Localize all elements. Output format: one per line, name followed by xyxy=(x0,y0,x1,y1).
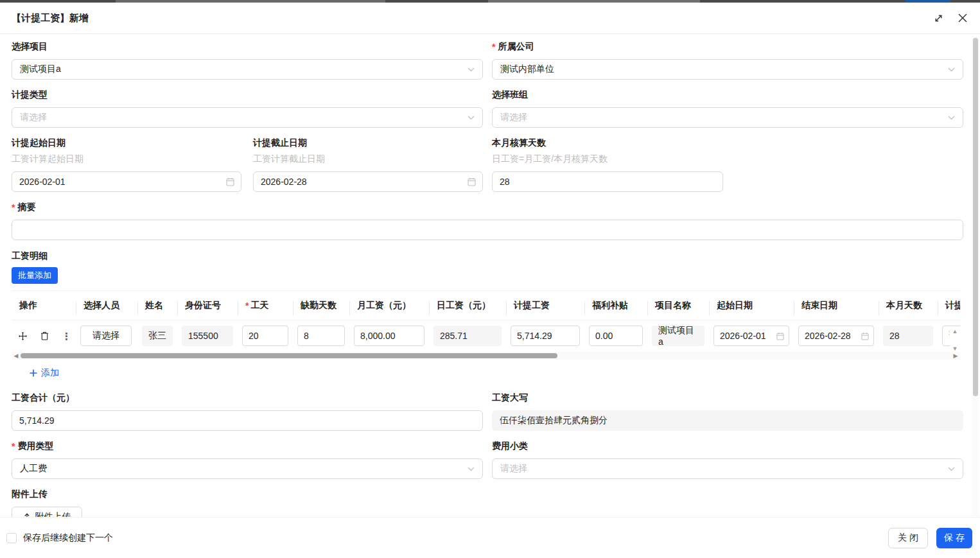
col-header-month-days: 本月天数 xyxy=(879,300,938,311)
save-and-continue-label: 保存后继续创建下一个 xyxy=(23,532,113,544)
cost-type-label: * 费用类型 xyxy=(12,440,483,453)
welfare-subsidy-input[interactable] xyxy=(589,326,643,346)
col-header-select-person: 选择人员 xyxy=(76,300,137,311)
calendar-icon xyxy=(468,177,476,186)
month-days-hint: 日工资=月工资/本月核算天数 xyxy=(492,153,963,166)
col-header-work-days: * 工天 xyxy=(238,300,293,311)
cost-subtype-select[interactable]: 请选择 xyxy=(492,458,963,479)
accrual-type-placeholder: 请选择 xyxy=(20,112,47,123)
salary-caps-label: 工资大写 xyxy=(492,392,963,405)
col-header-daily-salary: 日工资（元） xyxy=(429,300,506,311)
col-header-actions: 操作 xyxy=(12,300,76,311)
more-actions-icon[interactable]: ⋮ xyxy=(62,331,71,341)
required-asterisk: * xyxy=(245,301,249,311)
company-select[interactable]: 测试内部单位 xyxy=(492,59,963,80)
accrual-start-hint: 工资计算起始日期 xyxy=(12,153,241,166)
accrual-start-date-value: 2026-02-01 xyxy=(19,177,66,187)
chevron-down-icon xyxy=(948,67,955,72)
fullscreen-icon[interactable] xyxy=(932,12,944,24)
accrual-start-label: 计提起始日期 xyxy=(12,137,241,150)
salary-caps-value: 伍仟柒佰壹拾肆元贰角捌分 xyxy=(492,410,963,431)
daily-salary-cell: 285.71 xyxy=(433,326,502,346)
id-number-cell: 155500 xyxy=(182,326,233,346)
accrual-end-date-picker[interactable]: 2026-02-28 xyxy=(253,171,483,192)
attachment-upload-button[interactable]: 附件上传 xyxy=(12,507,82,517)
accrual-type-label: 计提类型 xyxy=(12,89,483,101)
team-label: 选择班组 xyxy=(492,89,963,101)
save-button[interactable]: 保 存 xyxy=(936,528,972,548)
close-icon[interactable] xyxy=(957,12,968,24)
col-header-welfare: 福利补贴 xyxy=(584,300,647,311)
chevron-down-icon xyxy=(468,67,475,72)
row-end-date-picker[interactable]: 2026-02-28 xyxy=(798,326,874,346)
monthly-salary-input[interactable] xyxy=(354,326,424,346)
accrual-start-date-picker[interactable]: 2026-02-01 xyxy=(12,171,241,192)
table-vertical-scroll-arrows: ▲ ▼ xyxy=(950,327,960,351)
delete-row-icon[interactable] xyxy=(40,331,49,340)
col-header-start-date: 起始日期 xyxy=(709,300,794,311)
work-days-input[interactable] xyxy=(242,326,288,346)
company-select-value: 测试内部单位 xyxy=(500,64,554,75)
absent-days-input[interactable] xyxy=(297,326,345,346)
salary-detail-section-label: 工资明细 xyxy=(12,250,963,263)
horizontal-scroll-thumb[interactable] xyxy=(21,353,557,358)
drag-handle-icon[interactable] xyxy=(18,331,28,341)
dialog-title: 【计提工资】新增 xyxy=(12,12,89,24)
chevron-down-icon xyxy=(468,467,475,471)
summary-label: * 摘要 xyxy=(12,201,963,214)
salary-total-input[interactable] xyxy=(12,410,483,431)
col-header-accrual-type: 计提 xyxy=(938,300,960,311)
required-asterisk: * xyxy=(12,441,15,451)
accrual-end-label: 计提截止日期 xyxy=(253,137,483,150)
scroll-down-icon[interactable]: ▼ xyxy=(952,346,958,351)
save-and-continue-checkbox[interactable] xyxy=(6,533,17,543)
chevron-down-icon xyxy=(468,116,475,120)
table-row: ⋮ 请选择 张三 155500 285.71 测试项目a 2026-02-01 xyxy=(12,320,960,351)
required-asterisk: * xyxy=(492,42,495,52)
accrued-salary-input[interactable] xyxy=(511,326,580,346)
calendar-icon xyxy=(226,177,234,186)
row-start-date-picker[interactable]: 2026-02-01 xyxy=(713,326,789,346)
batch-add-button[interactable]: 批量添加 xyxy=(12,267,58,284)
col-header-accrued-salary: 计提工资 xyxy=(506,300,584,311)
table-horizontal-scrollbar[interactable]: ◀ ▶ xyxy=(12,352,960,360)
cost-subtype-placeholder: 请选择 xyxy=(500,463,527,475)
chevron-down-icon xyxy=(948,467,955,471)
row-month-days-cell: 28 xyxy=(883,326,933,346)
dialog-header: 【计提工资】新增 xyxy=(0,3,980,34)
add-row-link[interactable]: 添加 xyxy=(30,367,59,379)
col-header-absent-days: 缺勤天数 xyxy=(293,300,349,311)
scroll-left-icon[interactable]: ◀ xyxy=(12,353,21,359)
project-select[interactable]: 测试项目a xyxy=(12,59,483,80)
team-select[interactable]: 请选择 xyxy=(492,107,963,128)
accrual-end-date-value: 2026-02-28 xyxy=(261,177,307,187)
col-header-id-number: 身份证号 xyxy=(177,300,238,311)
cost-subtype-label: 费用小类 xyxy=(492,440,963,453)
summary-input[interactable] xyxy=(12,220,963,240)
scroll-up-icon[interactable]: ▲ xyxy=(952,329,958,335)
cost-type-value: 人工费 xyxy=(20,463,47,475)
calendar-icon xyxy=(861,332,869,340)
project-select-value: 测试项目a xyxy=(20,64,61,75)
salary-detail-table: 操作 选择人员 姓名 身份证号 * 工天 缺勤天数 月工资（元） 日工资（元） … xyxy=(12,290,960,351)
vertical-scroll-thumb[interactable] xyxy=(973,38,978,396)
col-header-monthly-salary: 月工资（元） xyxy=(349,300,429,311)
team-placeholder: 请选择 xyxy=(500,112,527,123)
dialog-body: 选择项目 测试项目a * 所属公司 测试内部单位 计提类型 xyxy=(0,34,980,517)
scroll-right-icon[interactable]: ▶ xyxy=(951,353,960,359)
dialog-vertical-scrollbar[interactable] xyxy=(972,36,979,516)
company-label: * 所属公司 xyxy=(492,40,963,53)
month-days-input[interactable] xyxy=(492,171,723,192)
col-header-name: 姓名 xyxy=(137,300,177,311)
name-cell: 张三 xyxy=(142,326,173,346)
accrual-type-select[interactable]: 请选择 xyxy=(12,107,483,128)
salary-total-label: 工资合计（元） xyxy=(12,392,483,405)
table-header-row: 操作 选择人员 姓名 身份证号 * 工天 缺勤天数 月工资（元） 日工资（元） … xyxy=(12,290,960,320)
calendar-icon xyxy=(776,332,784,340)
close-button[interactable]: 关 闭 xyxy=(888,528,928,548)
chevron-down-icon xyxy=(948,116,955,120)
cost-type-select[interactable]: 人工费 xyxy=(12,458,483,479)
dialog-footer: 保存后继续创建下一个 关 闭 保 存 xyxy=(0,517,980,558)
month-days-label: 本月核算天数 xyxy=(492,137,963,150)
select-person-button[interactable]: 请选择 xyxy=(80,326,132,346)
